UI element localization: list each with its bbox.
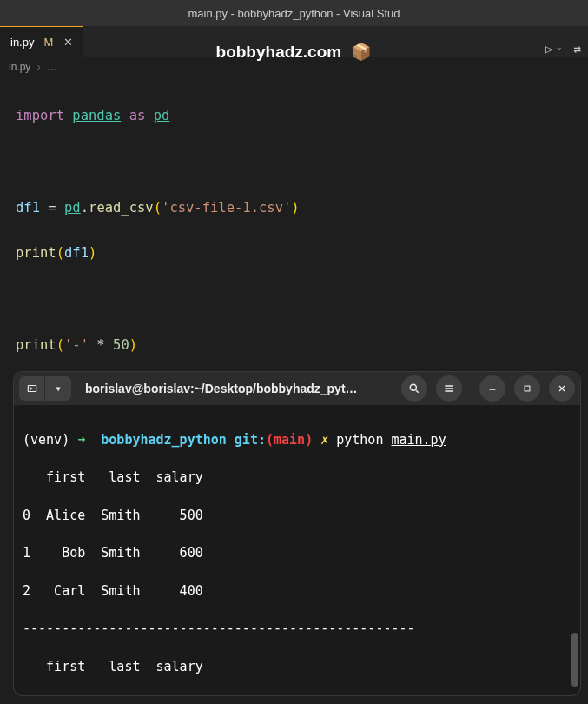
close-button[interactable] xyxy=(549,375,575,402)
code-line: print(df3) xyxy=(16,700,572,704)
code-line xyxy=(16,150,572,173)
chevron-right-icon: › xyxy=(37,61,41,73)
run-icon[interactable]: ▷ xyxy=(545,42,552,56)
terminal-line: (venv) ➜ bobbyhadz_python git:(main) ✗ p… xyxy=(23,431,571,450)
terminal-line: ----------------------------------------… xyxy=(23,620,571,639)
titlebar: main.py - bobbyhadz_python - Visual Stud xyxy=(0,0,588,26)
tab-main-py[interactable]: in.py M ✕ xyxy=(0,26,83,57)
terminal-tab-group: ▾ xyxy=(19,376,71,401)
breadcrumb-more: … xyxy=(47,61,57,73)
terminal-line: 2 Carl Smith 400 xyxy=(23,582,571,601)
terminal-line: first last salary xyxy=(23,658,571,677)
menu-button[interactable] xyxy=(436,375,462,402)
chevron-down-icon[interactable]: ▾ xyxy=(45,376,71,401)
new-tab-button[interactable] xyxy=(19,376,45,401)
code-line: print(df1) xyxy=(16,242,572,264)
tab-bar: in.py M ✕ xyxy=(0,26,588,57)
chevron-down-icon[interactable]: ⌄ xyxy=(557,42,562,56)
svg-rect-2 xyxy=(525,386,530,391)
window-title: main.py - bobbyhadz_python - Visual Stud xyxy=(188,7,400,20)
terminal-title: borislav@borislav:~/Desktop/bobbyhadz_py… xyxy=(76,382,393,395)
breadcrumb[interactable]: in.py › … xyxy=(0,57,588,76)
git-compare-icon[interactable]: ⇄ xyxy=(574,42,581,56)
terminal-line: 1 Bob Smith 600 xyxy=(23,544,571,563)
search-button[interactable] xyxy=(401,375,427,402)
tab-modified-indicator: M xyxy=(43,36,53,49)
scrollbar[interactable] xyxy=(571,633,578,687)
tab-filename: in.py xyxy=(10,36,34,49)
code-line: df1 = pd.read_csv('csv-file-1.csv') xyxy=(16,196,572,219)
terminal-line: first last salary xyxy=(23,468,571,488)
maximize-button[interactable] xyxy=(514,375,540,402)
terminal-window: ▾ borislav@borislav:~/Desktop/bobbyhadz_… xyxy=(14,372,580,695)
code-line: print('-' * 50) xyxy=(16,334,572,356)
code-line xyxy=(16,288,572,310)
code-line: import pandas as pd xyxy=(16,104,572,127)
svg-point-1 xyxy=(410,384,416,390)
close-icon[interactable]: ✕ xyxy=(63,36,73,49)
terminal-body[interactable]: (venv) ➜ bobbyhadz_python git:(main) ✗ p… xyxy=(14,405,580,695)
breadcrumb-file: in.py xyxy=(9,61,30,73)
minimize-button[interactable] xyxy=(479,375,505,402)
editor-actions: ▷ ⌄ ⇄ xyxy=(545,42,581,56)
terminal-header: ▾ borislav@borislav:~/Desktop/bobbyhadz_… xyxy=(14,372,580,405)
terminal-line: 0 Alice Smith 500 xyxy=(23,507,571,526)
